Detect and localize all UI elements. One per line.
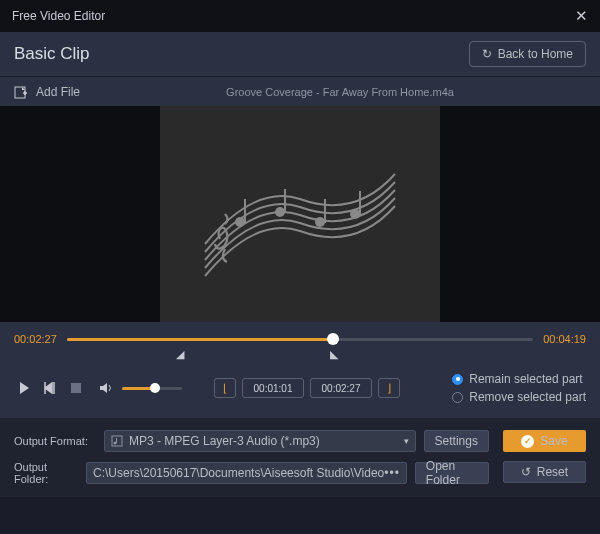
clip-end-marker-icon[interactable]: ◣ (330, 348, 338, 361)
back-arrow-icon: ↻ (482, 47, 492, 61)
total-time: 00:04:19 (543, 333, 586, 345)
file-bar: Add File Groove Coverage - Far Away From… (0, 76, 600, 106)
play-button[interactable] (14, 378, 34, 398)
add-file-button[interactable]: Add File (14, 85, 80, 99)
volume-icon[interactable] (96, 378, 116, 398)
clip-start-marker-icon[interactable]: ◢ (176, 348, 184, 361)
preview-area (0, 106, 600, 322)
svg-rect-11 (71, 383, 81, 393)
output-panel: Output Format: MP3 - MPEG Layer-3 Audio … (0, 418, 600, 497)
folder-value: C:\Users\20150617\Documents\Aiseesoft St… (93, 466, 384, 480)
controls-bar: ⌊ 00:01:01 00:02:27 ⌋ Remain selected pa… (0, 364, 600, 418)
volume-slider[interactable] (122, 387, 182, 390)
window-title: Free Video Editor (12, 9, 105, 23)
output-folder-field[interactable]: C:\Users\20150617\Documents\Aiseesoft St… (86, 462, 407, 484)
remain-selected-radio[interactable]: Remain selected part (452, 372, 586, 386)
format-value: MP3 - MPEG Layer-3 Audio (*.mp3) (129, 434, 320, 448)
svg-rect-10 (359, 191, 361, 215)
output-format-combo[interactable]: MP3 - MPEG Layer-3 Audio (*.mp3) ▾ (104, 430, 416, 452)
output-folder-label: Output Folder: (14, 461, 78, 485)
check-icon: ✓ (521, 435, 534, 448)
back-label: Back to Home (498, 47, 573, 61)
reset-label: Reset (537, 465, 568, 479)
svg-rect-6 (284, 189, 286, 213)
close-icon[interactable]: ✕ (575, 7, 588, 25)
svg-rect-4 (244, 199, 246, 223)
titlebar: Free Video Editor ✕ (0, 0, 600, 32)
svg-rect-14 (116, 438, 117, 443)
svg-point-3 (235, 217, 245, 227)
page-title: Basic Clip (14, 44, 90, 64)
open-folder-button[interactable]: Open Folder (415, 462, 489, 484)
browse-icon[interactable]: ••• (384, 466, 400, 480)
seek-track[interactable] (67, 332, 533, 346)
reset-button[interactable]: ↺ Reset (503, 461, 586, 483)
end-time-field[interactable]: 00:02:27 (310, 378, 372, 398)
svg-point-7 (315, 217, 325, 227)
save-button[interactable]: ✓ Save (503, 430, 586, 452)
format-type-icon (111, 435, 123, 447)
radio-dot-icon (452, 392, 463, 403)
back-to-home-button[interactable]: ↻ Back to Home (469, 41, 586, 67)
svg-point-5 (275, 207, 285, 217)
remove-label: Remove selected part (469, 390, 586, 404)
remove-selected-radio[interactable]: Remove selected part (452, 390, 586, 404)
step-button[interactable] (40, 378, 60, 398)
current-filename: Groove Coverage - Far Away From Home.m4a (94, 86, 586, 98)
set-end-bracket-button[interactable]: ⌋ (378, 378, 400, 398)
volume-thumb[interactable] (150, 383, 160, 393)
set-start-bracket-button[interactable]: ⌊ (214, 378, 236, 398)
current-time: 00:02:27 (14, 333, 57, 345)
add-file-label: Add File (36, 85, 80, 99)
chevron-down-icon: ▾ (404, 436, 409, 446)
music-art-icon (195, 144, 405, 284)
svg-rect-8 (324, 199, 326, 223)
svg-point-9 (350, 209, 360, 219)
remain-label: Remain selected part (469, 372, 582, 386)
header: Basic Clip ↻ Back to Home (0, 32, 600, 76)
start-time-field[interactable]: 00:01:01 (242, 378, 304, 398)
timeline: 00:02:27 00:04:19 ◢ ◣ (0, 322, 600, 364)
seek-thumb[interactable] (327, 333, 339, 345)
radio-dot-icon (452, 374, 463, 385)
output-format-label: Output Format: (14, 435, 96, 447)
preview-canvas (160, 106, 440, 322)
add-file-icon (14, 85, 28, 99)
reset-icon: ↺ (521, 465, 531, 479)
stop-button[interactable] (66, 378, 86, 398)
save-label: Save (540, 434, 567, 448)
settings-button[interactable]: Settings (424, 430, 489, 452)
